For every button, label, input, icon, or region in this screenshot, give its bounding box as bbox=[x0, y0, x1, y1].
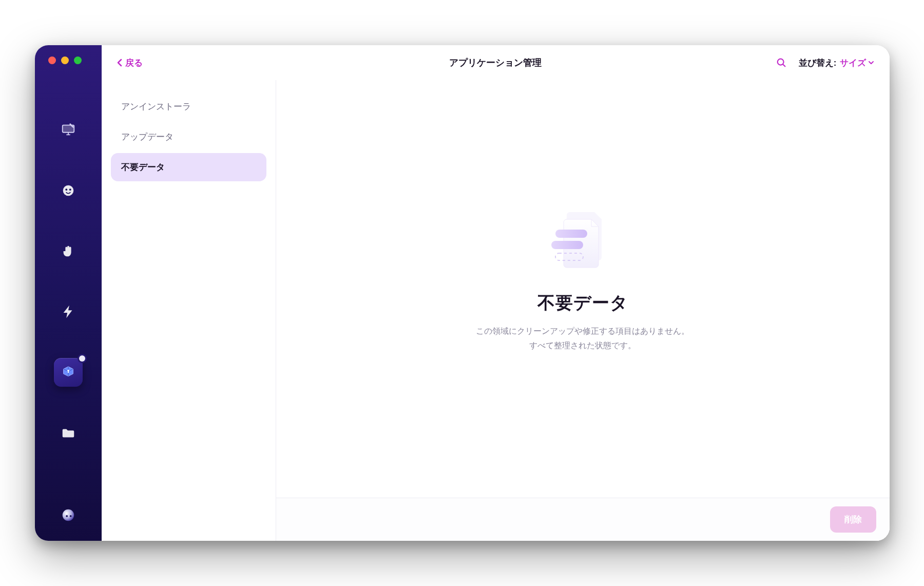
subnav-item-leftovers[interactable]: 不要データ bbox=[111, 153, 266, 181]
empty-state-title: 不要データ bbox=[537, 291, 628, 315]
subnav-item-label: アンインストーラ bbox=[121, 102, 191, 111]
subnav-item-updater[interactable]: アップデータ bbox=[111, 123, 266, 151]
lightning-icon bbox=[61, 304, 76, 319]
face-shield-icon bbox=[61, 183, 76, 198]
back-button[interactable]: 戻る bbox=[117, 57, 143, 69]
svg-point-6 bbox=[66, 515, 68, 517]
svg-point-4 bbox=[69, 188, 71, 191]
nav-rail-item-speed[interactable] bbox=[54, 297, 83, 326]
svg-rect-9 bbox=[555, 230, 587, 238]
nav-rail-item-privacy[interactable] bbox=[54, 237, 83, 266]
nav-rail-item-applications[interactable] bbox=[54, 358, 83, 387]
sort-dropdown[interactable]: サイズ bbox=[840, 57, 874, 69]
nav-rail-item-cleanup[interactable] bbox=[54, 116, 83, 144]
window-traffic-lights bbox=[48, 56, 82, 64]
empty-state-illustration bbox=[544, 207, 621, 279]
sort-label: 並び替え: bbox=[799, 57, 837, 69]
subnav-item-label: アップデータ bbox=[121, 132, 174, 142]
nav-rail-item-assistant[interactable] bbox=[54, 501, 83, 530]
body: アンインストーラ アップデータ 不要データ bbox=[102, 80, 890, 541]
app-box-icon bbox=[61, 365, 76, 380]
subnav-item-uninstaller[interactable]: アンインストーラ bbox=[111, 92, 266, 121]
svg-point-3 bbox=[65, 188, 67, 191]
svg-point-2 bbox=[63, 185, 73, 196]
svg-point-7 bbox=[69, 515, 71, 517]
empty-state-description: この領域にクリーンアップや修正する項目はありません。 すべて整理された状態です。 bbox=[476, 324, 689, 352]
search-button[interactable] bbox=[775, 56, 787, 69]
empty-state-line2: すべて整理された状態です。 bbox=[529, 341, 636, 350]
chevron-left-icon bbox=[117, 59, 122, 67]
content-area: 不要データ この領域にクリーンアップや修正する項目はありません。 すべて整理され… bbox=[276, 80, 890, 541]
nav-rail-items bbox=[54, 116, 83, 501]
nav-rail-item-files[interactable] bbox=[54, 419, 83, 447]
svg-rect-10 bbox=[551, 241, 583, 249]
category-subnav: アンインストーラ アップデータ 不要データ bbox=[102, 80, 276, 541]
subnav-item-label: 不要データ bbox=[121, 162, 165, 172]
imac-brush-icon bbox=[61, 122, 76, 138]
empty-state-line1: この領域にクリーンアップや修正する項目はありません。 bbox=[476, 327, 689, 335]
hand-stop-icon bbox=[61, 243, 76, 259]
nav-rail-item-protection[interactable] bbox=[54, 176, 83, 205]
sort-value-text: サイズ bbox=[840, 57, 866, 69]
delete-button[interactable]: 削除 bbox=[830, 506, 876, 533]
folder-icon bbox=[61, 425, 76, 441]
header-actions: 並び替え: サイズ bbox=[775, 56, 874, 69]
orb-icon bbox=[61, 507, 76, 523]
nav-rail bbox=[35, 45, 102, 541]
window-minimize-button[interactable] bbox=[61, 56, 69, 64]
sort-control: 並び替え: サイズ bbox=[799, 57, 874, 69]
footer-bar: 削除 bbox=[276, 498, 890, 541]
window-fullscreen-button[interactable] bbox=[74, 56, 82, 64]
svg-point-5 bbox=[62, 509, 74, 521]
page-title: アプリケーション管理 bbox=[102, 56, 890, 69]
window-close-button[interactable] bbox=[48, 56, 56, 64]
chevron-down-icon bbox=[868, 60, 874, 66]
main-panel: 戻る アプリケーション管理 並び替え: サイズ bbox=[102, 45, 890, 541]
delete-button-label: 削除 bbox=[844, 515, 862, 524]
header-bar: 戻る アプリケーション管理 並び替え: サイズ bbox=[102, 45, 890, 80]
back-button-label: 戻る bbox=[125, 57, 143, 69]
app-window: 戻る アプリケーション管理 並び替え: サイズ bbox=[35, 45, 890, 541]
search-icon bbox=[776, 57, 787, 68]
